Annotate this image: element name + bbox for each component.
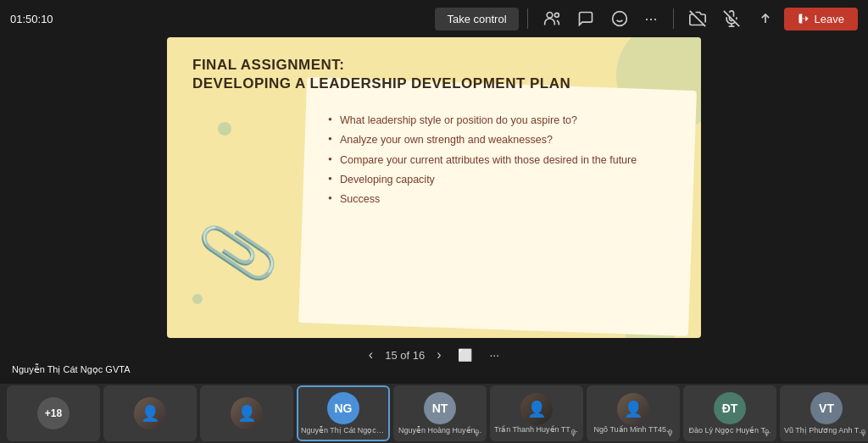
mic-off-button[interactable] xyxy=(716,7,747,30)
next-slide-button[interactable]: › xyxy=(431,344,446,366)
avatar-tran: 👤 xyxy=(520,393,553,425)
svg-point-1 xyxy=(554,13,559,17)
decor-dot-bl xyxy=(192,294,203,304)
participants-icon-button[interactable] xyxy=(537,7,567,30)
mic-icon-vt: 🎙 xyxy=(860,429,868,438)
bullet-2: Analyze your own strength and weaknesses… xyxy=(328,133,637,147)
avatar-anon2: 👤 xyxy=(231,397,263,429)
participant-strip: +18 👤 👤 NG Nguyễn Thị Cát Ngọc GVTA NT N… xyxy=(0,384,868,443)
leave-button[interactable]: Leave xyxy=(784,8,858,30)
participant-tran[interactable]: 👤 Trần Thanh Huyền TT4... 🎙 xyxy=(490,385,583,441)
participant-ngo-name: Ngô Tuấn Minh TT45... xyxy=(594,425,673,434)
svg-point-2 xyxy=(612,12,626,26)
mic-icon-dt: 🎙 xyxy=(763,429,771,438)
participant-nt-name: Nguyễn Hoàng Huyền... xyxy=(398,426,481,435)
separator2 xyxy=(673,8,674,29)
take-control-button[interactable]: Take control xyxy=(435,8,518,30)
participant-ngo[interactable]: 👤 Ngô Tuấn Minh TT45... 🎙 xyxy=(587,385,680,441)
mic-icon-ngo: 🎙 xyxy=(666,429,675,438)
mic-icon-tran: 🎙 xyxy=(570,429,578,438)
avatar-anon1: 👤 xyxy=(134,397,166,429)
slide-title: FINAL ASSIGNMENT: DEVELOPING A LEADERSHI… xyxy=(192,56,570,93)
prev-slide-button[interactable]: ‹ xyxy=(364,344,378,366)
svg-point-0 xyxy=(547,13,553,19)
avatar-nt: NT xyxy=(424,392,456,424)
avatar-ng: NG xyxy=(327,392,359,424)
participant-plus[interactable]: +18 xyxy=(7,385,100,441)
slide-page-label: 15 of 16 xyxy=(385,349,425,362)
more-nav-button[interactable]: ··· xyxy=(484,345,504,365)
avatar-dt: ĐT xyxy=(714,392,746,424)
bullet-3: Compare your current attributes with tho… xyxy=(328,153,637,167)
bullet-1: What leadership style or position do you… xyxy=(328,114,637,127)
slide-bullets: What leadership style or position do you… xyxy=(328,114,637,212)
share-screen-button[interactable] xyxy=(750,7,781,30)
plus-badge: +18 xyxy=(37,397,70,429)
emoji-icon-button[interactable] xyxy=(604,7,635,30)
mic-icon-nt: 🎙 xyxy=(473,429,481,438)
slide-container: 📎 FINAL ASSIGNMENT: DEVELOPING A LEADERS… xyxy=(167,37,701,338)
clip-icon: 📎 xyxy=(193,209,282,296)
participant-tran-name: Trần Thanh Huyền TT4... xyxy=(494,425,579,434)
chat-icon-button[interactable] xyxy=(570,7,601,30)
slide-nav-bar: ‹ 15 of 16 › ⬜ ··· xyxy=(167,340,701,370)
bullet-4: Developing capacity xyxy=(328,173,637,186)
top-bar: 01:50:10 Take control ··· Leave xyxy=(0,0,868,37)
avatar-ngo: 👤 xyxy=(617,393,649,425)
participant-anon1[interactable]: 👤 xyxy=(103,385,197,441)
presenter-label: Nguyễn Thị Cát Ngọc GVTA xyxy=(12,364,130,375)
participant-vt[interactable]: VT Vũ Thị Phương Anh TT... 🎙 xyxy=(780,385,868,441)
decor-dot-tl xyxy=(218,122,231,136)
svg-line-5 xyxy=(689,11,704,26)
participant-ng[interactable]: NG Nguyễn Thị Cát Ngọc GVTA xyxy=(297,385,390,441)
participant-anon2[interactable]: 👤 xyxy=(200,385,293,441)
main-area: 📎 FINAL ASSIGNMENT: DEVELOPING A LEADERS… xyxy=(0,37,868,370)
fullscreen-button[interactable]: ⬜ xyxy=(453,345,477,365)
bullet-5: Success xyxy=(328,192,637,206)
clock: 01:50:10 xyxy=(10,13,53,25)
participant-ng-name: Nguyễn Thị Cát Ngọc GVTA xyxy=(301,426,386,435)
top-controls: Take control ··· Leave xyxy=(435,7,858,31)
participant-nt[interactable]: NT Nguyễn Hoàng Huyền... 🎙 xyxy=(393,385,487,441)
more-options-button[interactable]: ··· xyxy=(638,7,665,31)
separator xyxy=(527,8,528,29)
avatar-vt: VT xyxy=(810,392,843,424)
participant-vt-name: Vũ Thị Phương Anh TT... xyxy=(784,426,868,435)
camera-off-button[interactable] xyxy=(682,7,713,30)
participant-dt[interactable]: ĐT Đào Lý Ngọc Huyền T... 🎙 xyxy=(683,385,776,441)
participant-dt-name: Đào Lý Ngọc Huyền T... xyxy=(689,426,771,435)
